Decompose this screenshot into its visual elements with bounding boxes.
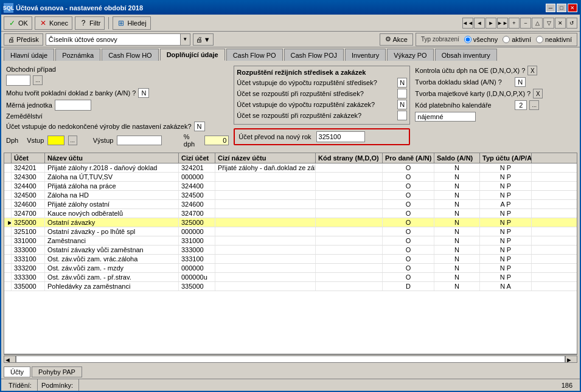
mohu-tvorit-value[interactable]: N — [138, 88, 149, 98]
print-button[interactable]: 🖨 ▼ — [193, 33, 214, 46]
main-tabs: Hlavní údaje Poznámka Cash Flow HO Doplň… — [1, 47, 580, 61]
percent-dph-label: % dph — [184, 133, 201, 148]
najemne-input[interactable] — [415, 112, 476, 122]
predisk-button[interactable]: 🖨 Předisk — [4, 33, 43, 46]
ucet-prevod-input[interactable] — [316, 131, 365, 142]
akce-button[interactable]: ⚙ Akce — [380, 33, 413, 46]
table-row[interactable]: 324600 Přijaté zálohy ostatní 324600 O N… — [4, 200, 577, 209]
obchodni-pripad-input[interactable] — [6, 75, 30, 86]
table-row[interactable]: 324500 Záloha na HD 324500 O N N P — [4, 191, 577, 200]
tab-hlavni[interactable]: Hlavní údaje — [4, 49, 54, 61]
vstup-color-box[interactable] — [47, 136, 64, 145]
app-icon: SQL — [4, 3, 13, 13]
table-row[interactable]: ► 325000 Ostatní závazky 325000 O N N P — [4, 218, 577, 227]
nav-prev[interactable]: ◄ — [474, 18, 485, 29]
ucet-vstupuje-value[interactable]: N — [194, 122, 205, 131]
obchodni-pripad-input-row: ... — [6, 75, 229, 86]
kontrola-value[interactable]: X — [527, 66, 537, 75]
rozpusteni-value1[interactable]: N — [397, 78, 407, 88]
td-cizi-nazev — [215, 209, 316, 218]
tvorba-dokladu-value[interactable]: N — [515, 77, 526, 87]
td-cizi-nazev — [215, 255, 316, 263]
merna-jednotka-input[interactable] — [55, 100, 91, 111]
vstup-browse[interactable]: ... — [68, 136, 77, 145]
radio-vsechny-input[interactable] — [464, 36, 471, 43]
tab-cashflow-po[interactable]: Cash Flow PO — [226, 49, 283, 61]
td-kod-strany — [316, 255, 383, 263]
nav-buttons: ◄◄ ◄ ► ►► + − △ ▽ ✕ ↺ — [462, 18, 577, 29]
nav-refresh[interactable]: ↺ — [566, 18, 577, 29]
table-row[interactable]: 324400 Přijatá záloha na práce 324400 O … — [4, 182, 577, 191]
bottom-tab-ucty[interactable]: Účty — [4, 366, 30, 377]
table-row[interactable]: 324300 Záloha na ÚT,TUV,SV 000000 O N N … — [4, 173, 577, 182]
nav-down[interactable]: ▽ — [543, 18, 554, 29]
nav-add[interactable]: + — [509, 18, 520, 29]
nav-first[interactable]: ◄◄ — [462, 18, 473, 29]
radio-aktivni-input[interactable] — [503, 36, 510, 43]
table-row[interactable]: 333000 Ostatní závazky vůči zaměstnan 33… — [4, 246, 577, 255]
tvorba-majetkove-value[interactable]: X — [533, 89, 543, 98]
maximize-button[interactable]: □ — [557, 4, 566, 12]
nav-last[interactable]: ►► — [497, 18, 508, 29]
obchodni-pripad-browse[interactable]: ... — [33, 75, 43, 85]
konec-button[interactable]: ✕ Konec — [35, 16, 72, 30]
left-column: Obchodní případ ... Mohu tvořit pokladní… — [6, 66, 229, 148]
td-ucet: 331000 — [12, 236, 45, 245]
rozpusteni-row4: Účet se rozpouští při rozpuštění zakázek… — [237, 111, 407, 120]
table-row[interactable]: 331000 Zaměstnanci 331000 O N N P — [4, 236, 577, 246]
td-kod-strany — [316, 163, 383, 172]
table-row[interactable]: 333100 Ost. záv.vůči zam. vrác.záloha 33… — [4, 255, 577, 264]
close-button[interactable]: ✕ — [568, 4, 577, 12]
vystup-input[interactable] — [117, 136, 161, 145]
tab-vykazy-po[interactable]: Výkazy PO — [387, 49, 433, 61]
horizontal-scrollbar[interactable]: ◄ ► — [4, 354, 577, 363]
minimize-button[interactable]: ─ — [546, 4, 555, 12]
nav-next[interactable]: ► — [485, 18, 496, 29]
kod-platebniho-value[interactable]: 2 — [515, 100, 527, 110]
main-content: Obchodní případ ... Mohu tvořit pokladní… — [1, 61, 580, 365]
td-ucet: 324500 — [12, 191, 45, 199]
td-typ-uctu: N P — [480, 191, 532, 199]
radio-aktivni[interactable]: aktivní — [503, 36, 531, 43]
filtr-button[interactable]: ? Filtr — [75, 16, 105, 30]
tab-obsah-inventory[interactable]: Obsah inventury — [435, 49, 497, 61]
nav-cancel[interactable]: ✕ — [555, 18, 566, 29]
mohu-tvorit-row: Mohu tvořit pokladní doklad z banky (A/N… — [6, 88, 229, 98]
ciselnik-input[interactable] — [46, 34, 180, 45]
rozpusteni-value2[interactable] — [397, 89, 407, 98]
scroll-left-btn[interactable]: ◄ — [4, 356, 16, 363]
nav-remove[interactable]: − — [520, 18, 531, 29]
hledej-button[interactable]: ⊞ Hledej — [113, 16, 150, 30]
table-row[interactable]: 335000 Pohledávky za zaměstnanci 335000 … — [4, 282, 577, 291]
kod-platebniho-browse[interactable]: ... — [529, 100, 539, 110]
table-row[interactable]: 324700 Kauce nových odběratelů 324700 O … — [4, 209, 577, 218]
tab-cashflow-ho[interactable]: Cash Flow HO — [102, 49, 159, 61]
tab-doplnujici[interactable]: Doplňující údaje — [160, 49, 225, 61]
combo-arrow-icon[interactable]: ▼ — [180, 34, 190, 45]
scroll-right-btn[interactable]: ► — [565, 356, 577, 363]
radio-neaktivni-input[interactable] — [536, 36, 543, 43]
td-pro-dane: O — [383, 163, 434, 172]
radio-neaktivni[interactable]: neaktivní — [536, 36, 572, 43]
tab-cashflow-poj[interactable]: Cash Flow POJ — [284, 49, 344, 61]
rozpusteni-value4[interactable] — [397, 111, 407, 120]
td-kod-strany — [316, 209, 383, 218]
radio-vsechny[interactable]: všechny — [464, 36, 498, 43]
scroll-track[interactable] — [16, 356, 565, 363]
table-row[interactable]: 325100 Ostatní závazky - po lhůtě spl 00… — [4, 227, 577, 236]
td-nazev: Ostatní závazky - po lhůtě spl — [45, 227, 179, 236]
table-row[interactable]: 324201 Přijaté zálohy r.2018 - daňový do… — [4, 163, 577, 173]
table-row[interactable]: 333200 Ost. záv.vůči zam. - mzdy 000000 … — [4, 264, 577, 273]
table-row[interactable]: 333300 Ost. záv.vůči zam. - př.strav. 00… — [4, 273, 577, 282]
tab-poznamka[interactable]: Poznámka — [55, 49, 100, 61]
rozpusteni-value3[interactable]: N — [397, 100, 407, 109]
nav-up[interactable]: △ — [532, 18, 543, 29]
ok-button[interactable]: ✓ OK — [4, 16, 32, 30]
percent-dph-input[interactable] — [204, 136, 229, 145]
ciselnik-combo[interactable]: ▼ — [46, 33, 190, 46]
bottom-tab-pohyby[interactable]: Pohyby PAP — [32, 366, 82, 377]
tab-inventory[interactable]: Inventury — [345, 49, 386, 61]
td-ucet: 333200 — [12, 264, 45, 272]
kod-platebniho-label: Kód platebního kalendáře — [415, 101, 512, 109]
td-saldo: N — [434, 191, 480, 199]
